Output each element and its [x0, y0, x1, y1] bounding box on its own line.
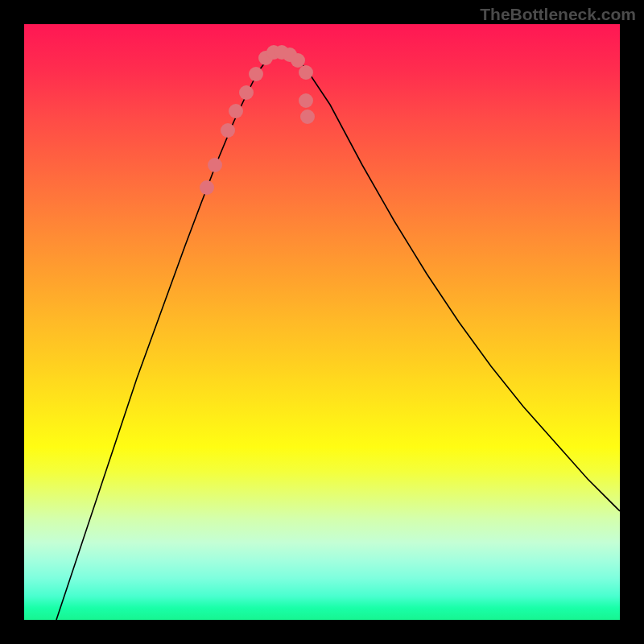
highlight-marker [300, 109, 315, 124]
chart-area [24, 24, 620, 620]
highlight-marker [249, 67, 263, 81]
highlight-marker [208, 158, 222, 172]
highlight-marker [200, 180, 214, 195]
highlight-marker [291, 53, 305, 68]
curve-line [56, 52, 620, 620]
highlight-marker [221, 123, 235, 138]
watermark-text: TheBottleneck.com [480, 5, 636, 24]
highlight-marker [299, 93, 313, 108]
highlight-marker [299, 65, 313, 80]
highlight-marker [239, 85, 254, 100]
bottleneck-curve-svg [24, 24, 620, 620]
bottleneck-curve-path [56, 52, 620, 620]
highlight-markers [200, 45, 315, 195]
highlight-marker [229, 104, 243, 118]
